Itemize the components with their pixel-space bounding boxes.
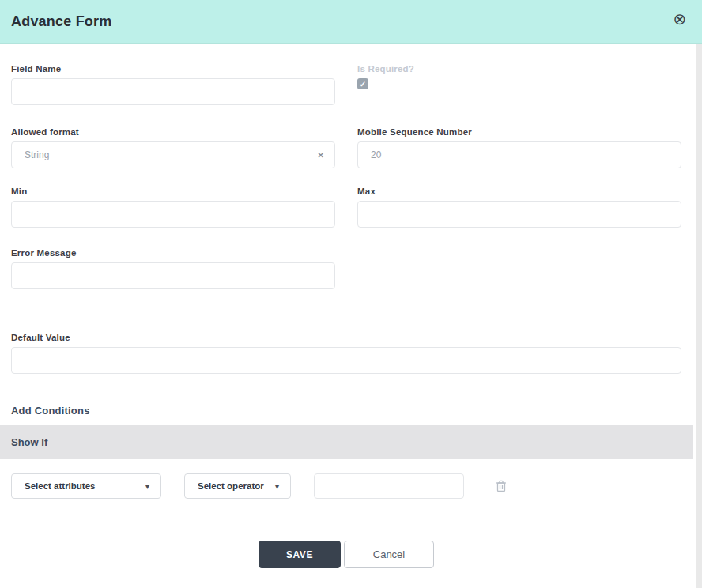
field-name-label: Field Name <box>11 64 335 74</box>
modal-header: Advance Form ⊗ <box>0 0 702 44</box>
error-message-label: Error Message <box>11 248 335 258</box>
page-title: Advance Form <box>11 13 111 30</box>
mobile-sequence-label: Mobile Sequence Number <box>357 127 681 137</box>
mobile-sequence-input[interactable] <box>357 141 681 168</box>
max-group: Max <box>357 187 681 228</box>
default-value-label: Default Value <box>11 333 681 342</box>
cancel-button[interactable]: Cancel <box>344 541 434 568</box>
condition-row: Select attributes ▾ Select operator ▾ <box>11 473 681 499</box>
checkbox-check-icon: ✓ <box>360 80 366 89</box>
select-attributes-label: Select attributes <box>25 481 95 491</box>
allowed-format-label: Allowed format <box>11 127 335 137</box>
condition-value-input[interactable] <box>314 473 464 499</box>
show-if-title: Show If <box>11 436 47 448</box>
default-value-group: Default Value <box>11 333 681 374</box>
min-label: Min <box>11 187 335 196</box>
delete-condition-button[interactable] <box>494 479 508 493</box>
is-required-group: Is Required? ✓ <box>357 64 681 105</box>
min-group: Min <box>11 187 335 228</box>
show-if-bar: Show If <box>0 425 693 459</box>
select-attributes-dropdown[interactable]: Select attributes ▾ <box>11 473 161 499</box>
select-operator-dropdown[interactable]: Select operator ▾ <box>184 473 291 499</box>
mobile-sequence-group: Mobile Sequence Number <box>357 127 681 168</box>
max-label: Max <box>357 187 681 196</box>
close-button[interactable]: ⊗ <box>670 9 689 28</box>
default-value-input[interactable] <box>11 347 681 374</box>
select-operator-label: Select operator <box>198 481 264 491</box>
error-message-input[interactable] <box>11 262 335 289</box>
allowed-format-group: Allowed format ✕ <box>11 127 335 168</box>
field-name-group: Field Name <box>11 64 335 105</box>
is-required-checkbox[interactable]: ✓ <box>357 78 368 89</box>
max-input[interactable] <box>357 201 681 228</box>
chevron-down-icon: ▾ <box>275 482 279 491</box>
add-conditions-heading: Add Conditions <box>11 405 681 416</box>
is-required-label: Is Required? <box>357 64 681 74</box>
clear-icon[interactable]: ✕ <box>318 151 324 160</box>
actions-bar: SAVE Cancel <box>11 541 681 568</box>
field-name-input[interactable] <box>11 78 335 105</box>
min-input[interactable] <box>11 201 335 228</box>
error-message-group: Error Message <box>11 248 335 289</box>
trash-icon <box>496 480 507 492</box>
form-body: Field Name Is Required? ✓ Allowed format… <box>0 64 693 568</box>
save-button[interactable]: SAVE <box>259 541 341 568</box>
close-icon: ⊗ <box>674 11 687 27</box>
vertical-scrollbar[interactable] <box>696 44 702 588</box>
chevron-down-icon: ▾ <box>145 482 149 491</box>
allowed-format-input[interactable] <box>11 141 335 168</box>
